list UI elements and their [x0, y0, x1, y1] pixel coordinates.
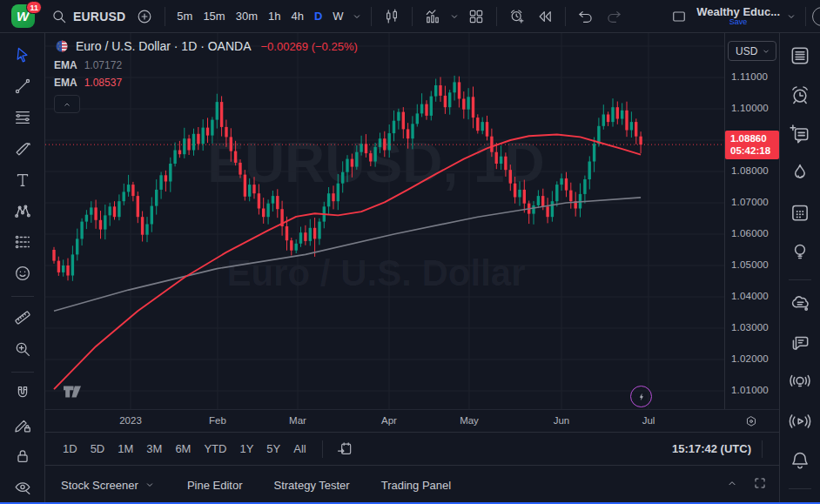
interval-button-15m[interactable]: 15m — [198, 6, 230, 26]
layout-name-button[interactable]: Wealthy Educ... Save — [693, 6, 783, 26]
hide-all-tool-button[interactable] — [6, 473, 39, 502]
calendar-button[interactable] — [783, 195, 817, 230]
symbol-description[interactable]: Euro / U.S. Dollar · 1D · OANDA — [76, 39, 252, 53]
publish-circle-icon[interactable] — [812, 7, 820, 26]
layout-menu-button[interactable] — [783, 7, 799, 26]
lock-all-tool-button[interactable] — [6, 441, 39, 471]
panel-tab-strategy-tester[interactable]: Strategy Tester — [273, 479, 349, 492]
interval-button-1h[interactable]: 1h — [263, 6, 286, 26]
price-tick: 1.04000 — [731, 291, 769, 301]
candlestick-chart[interactable]: EURUSD, 1D Euro / U.S. Dollar Euro / U.S… — [45, 33, 724, 409]
time-axis[interactable]: 2023FebMarAprMayJunJul — [45, 409, 779, 432]
emoji-tool-button[interactable] — [6, 259, 39, 288]
interval-button-4h[interactable]: 4h — [286, 6, 308, 26]
live-ideas-button[interactable] — [783, 365, 817, 400]
interval-menu-button[interactable] — [349, 7, 365, 26]
time-axis-label: Jun — [554, 415, 570, 426]
chat-cloud-button[interactable] — [783, 286, 817, 321]
time-axis-label: Feb — [209, 415, 226, 426]
notes-button[interactable] — [783, 117, 817, 151]
streams-button[interactable] — [783, 404, 817, 439]
range-button-ytd[interactable]: YTD — [198, 439, 232, 459]
ema-label: EMA — [54, 59, 77, 71]
axis-settings-button[interactable] — [744, 414, 758, 432]
create-alert-button[interactable] — [503, 4, 531, 29]
ema-legend-row[interactable]: EMA 1.07172 — [54, 59, 358, 71]
chats-button[interactable] — [783, 326, 817, 360]
currency-dropdown[interactable]: USD — [728, 41, 776, 61]
range-button-5d[interactable]: 5D — [85, 439, 111, 459]
chart-area: EURUSD, 1D Euro / U.S. Dollar Euro / U.S… — [45, 33, 779, 432]
notes-icon — [789, 123, 811, 145]
hotlists-button[interactable] — [783, 156, 817, 191]
save-label[interactable]: Save — [729, 18, 748, 26]
ruler-tool-button[interactable] — [6, 303, 39, 333]
maximize-panel-button[interactable] — [753, 476, 767, 494]
go-to-date-button[interactable] — [331, 437, 359, 461]
redo-button[interactable] — [600, 4, 628, 29]
app-logo[interactable]: W 11 — [0, 4, 45, 28]
symbol-search-button[interactable]: EURUSD — [45, 4, 131, 29]
range-button-3m[interactable]: 3M — [141, 439, 167, 459]
separator — [322, 440, 323, 458]
trend-line-tool-button[interactable] — [6, 71, 39, 101]
range-button-all[interactable]: All — [288, 439, 311, 459]
brush-tool-button[interactable] — [6, 134, 39, 164]
top-toolbar: W 11 EURUSD 5m15m30m1h4hDW — [0, 0, 820, 33]
indicators-button[interactable] — [419, 4, 447, 29]
interval-button-w[interactable]: W — [327, 6, 348, 26]
legend-collapse-button[interactable] — [54, 95, 80, 113]
drawing-lock-tool-button[interactable] — [6, 410, 39, 440]
watchlist-button[interactable] — [783, 38, 817, 73]
forecast-tool-button[interactable] — [6, 228, 39, 258]
compare-add-symbol-button[interactable] — [131, 4, 158, 29]
bar-replay-button[interactable] — [531, 4, 559, 29]
divider — [789, 488, 811, 489]
price-tick: 1.03000 — [731, 322, 769, 333]
ema-legend-row[interactable]: EMA 1.08537 — [54, 77, 358, 89]
tradingview-logo-icon[interactable] — [57, 380, 87, 400]
save-layout-button[interactable] — [665, 4, 693, 29]
cursor-icon — [13, 45, 32, 64]
open-panel-button[interactable] — [725, 476, 739, 494]
eurusd-flag-icon — [54, 38, 70, 54]
clock[interactable]: 15:17:42 (UTC) — [672, 442, 751, 455]
interval-button-d[interactable]: D — [309, 6, 327, 26]
xabcd-pattern-tool-button[interactable] — [6, 197, 39, 226]
interval-button-30m[interactable]: 30m — [231, 6, 263, 26]
price-change: −0.00269 (−0.25%) — [261, 40, 358, 53]
range-button-6m[interactable]: 6M — [170, 439, 196, 459]
ideas-button[interactable] — [783, 234, 817, 269]
panel-tab-pine-editor[interactable]: Pine Editor — [187, 479, 243, 492]
brush-icon — [13, 139, 32, 158]
chevron-down-icon — [761, 46, 771, 57]
chart-style-button[interactable] — [378, 4, 406, 29]
price-tick: 1.05000 — [731, 259, 769, 270]
symbol-name: EURUSD — [73, 10, 125, 24]
panel-tab-trading-panel[interactable]: Trading Panel — [381, 479, 451, 492]
undo-button[interactable] — [572, 4, 600, 29]
last-price-value: 1.08860 — [730, 132, 779, 144]
indicators-icon — [424, 8, 441, 25]
zoom-in-tool-button[interactable] — [6, 334, 39, 364]
layout-grid-button[interactable] — [462, 4, 490, 29]
xabcd-pattern-icon — [13, 202, 32, 221]
magnet-tool-button[interactable] — [6, 379, 39, 408]
text-tool-tool-button[interactable] — [6, 165, 39, 195]
range-button-1m[interactable]: 1M — [112, 439, 138, 459]
cursor-tool-button[interactable] — [6, 40, 39, 70]
panel-tab-label: Strategy Tester — [273, 479, 349, 492]
notifications-button[interactable] — [783, 443, 817, 478]
panel-tab-stock-screener[interactable]: Stock Screener — [61, 479, 156, 492]
range-button-1y[interactable]: 1Y — [234, 439, 259, 459]
price-axis[interactable]: 1.120001.110001.100001.090001.080001.070… — [724, 33, 779, 409]
alarm-button[interactable] — [783, 77, 817, 112]
instant-trading-button[interactable] — [630, 386, 652, 407]
interval-button-5m[interactable]: 5m — [171, 6, 198, 26]
panel-tabs: Stock ScreenerPine EditorStrategy Tester… — [61, 479, 482, 492]
indicators-menu-button[interactable] — [447, 7, 462, 26]
fib-retracement-tool-button[interactable] — [6, 103, 39, 132]
range-button-5y[interactable]: 5Y — [261, 439, 286, 459]
range-button-1d[interactable]: 1D — [57, 439, 83, 459]
hotlists-icon — [789, 162, 811, 185]
